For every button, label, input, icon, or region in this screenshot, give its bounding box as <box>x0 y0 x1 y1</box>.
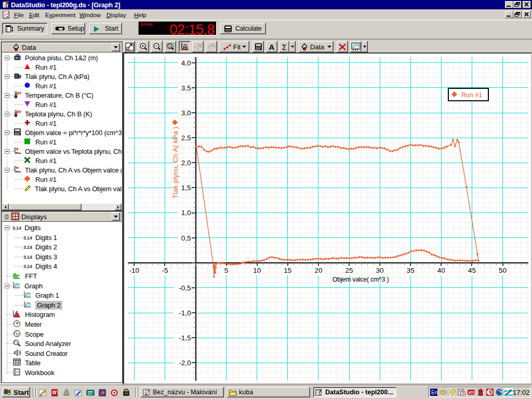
svg-text:3.14: 3.14 <box>23 245 32 249</box>
svg-text:0,5: 0,5 <box>181 234 191 242</box>
svg-text:-10: -10 <box>129 267 140 274</box>
svg-text:10: 10 <box>253 267 261 274</box>
svg-text:15: 15 <box>284 267 291 274</box>
svg-text:Tlak plynu, Ch A( kPa ): Tlak plynu, Ch A( kPa ) <box>171 127 179 198</box>
svg-text:-2,0: -2,0 <box>179 359 191 367</box>
svg-text:ATI: ATI <box>469 390 475 395</box>
svg-text:1,5: 1,5 <box>181 184 191 192</box>
svg-text:40: 40 <box>437 267 445 274</box>
svg-text:3.14: 3.14 <box>23 264 32 269</box>
svg-text:3.14: 3.14 <box>23 255 32 259</box>
svg-text:2,5: 2,5 <box>181 134 191 142</box>
svg-text:-1,0: -1,0 <box>179 309 191 317</box>
svg-text:RTD: RTD <box>17 91 21 95</box>
svg-text:4,0: 4,0 <box>181 59 191 67</box>
svg-text:Objem valce( cm^3 ): Objem valce( cm^3 ) <box>332 276 389 283</box>
svg-text:2,0: 2,0 <box>181 159 191 167</box>
svg-text:En: En <box>431 390 437 395</box>
svg-text:45: 45 <box>468 267 476 274</box>
svg-text:1,0: 1,0 <box>181 209 191 217</box>
svg-text:20: 20 <box>314 267 322 274</box>
svg-text:RTD: RTD <box>17 110 21 114</box>
svg-text:3,5: 3,5 <box>181 84 191 92</box>
svg-text:3.14: 3.14 <box>23 235 32 240</box>
svg-text:Run #1: Run #1 <box>461 91 482 99</box>
svg-text:-0,5: -0,5 <box>179 284 191 292</box>
svg-text:-1,5: -1,5 <box>179 334 191 342</box>
svg-text:3.14: 3.14 <box>12 225 21 230</box>
svg-text:5: 5 <box>224 267 229 274</box>
svg-text:3,0: 3,0 <box>181 109 191 117</box>
svg-text:35: 35 <box>407 267 415 274</box>
svg-text:-5: -5 <box>162 267 168 274</box>
svg-text:30: 30 <box>376 267 384 274</box>
svg-text:50: 50 <box>499 267 507 274</box>
svg-text:25: 25 <box>345 267 353 274</box>
